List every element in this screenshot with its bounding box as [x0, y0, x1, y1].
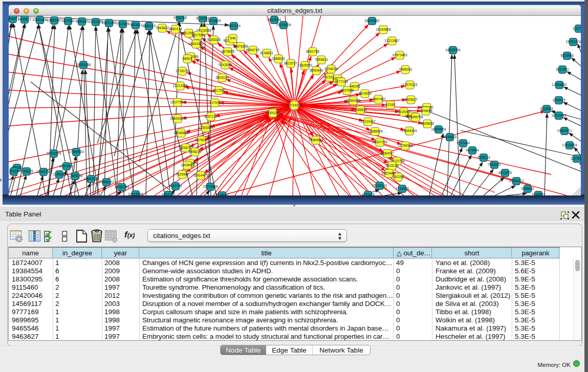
- svg-text:9227342: 9227342: [556, 68, 569, 71]
- svg-text:7632621: 7632621: [488, 163, 501, 166]
- svg-text:8454749: 8454749: [246, 48, 259, 52]
- svg-text:19654923: 19654923: [170, 117, 185, 120]
- svg-text:12505135: 12505135: [68, 174, 83, 178]
- svg-text:8860123: 8860123: [142, 24, 156, 28]
- svg-text:16107552: 16107552: [170, 100, 185, 104]
- svg-text:10853287: 10853287: [47, 18, 62, 22]
- svg-text:13626551: 13626551: [297, 63, 313, 67]
- svg-text:10688609: 10688609: [367, 129, 383, 133]
- svg-text:1733425: 1733425: [361, 193, 375, 195]
- svg-text:20364436: 20364436: [345, 99, 361, 102]
- svg-text:1167534: 1167534: [570, 157, 581, 160]
- svg-text:9197444: 9197444: [456, 141, 470, 145]
- svg-text:9457792: 9457792: [162, 193, 175, 195]
- svg-text:1156829: 1156829: [20, 169, 33, 173]
- svg-text:15720407: 15720407: [360, 120, 376, 123]
- svg-text:6794078: 6794078: [324, 67, 338, 71]
- svg-text:8186328: 8186328: [207, 38, 221, 41]
- svg-text:7663822: 7663822: [156, 26, 169, 30]
- svg-text:9457791: 9457791: [169, 184, 182, 188]
- svg-text:9245652: 9245652: [521, 187, 534, 190]
- svg-text:417004: 417004: [209, 101, 221, 104]
- svg-text:16671355: 16671355: [101, 21, 117, 25]
- svg-text:1409949: 1409949: [181, 163, 194, 167]
- svg-text:10923468: 10923468: [128, 192, 143, 195]
- svg-text:8267130: 8267130: [204, 115, 217, 118]
- svg-text:3875685: 3875685: [221, 50, 234, 53]
- svg-text:1527602: 1527602: [61, 19, 75, 23]
- svg-text:9146821: 9146821: [260, 51, 273, 55]
- svg-text:6497568: 6497568: [340, 89, 354, 92]
- svg-text:7955812: 7955812: [315, 58, 328, 61]
- svg-text:19692971: 19692971: [557, 129, 572, 133]
- svg-text:3215955: 3215955: [540, 107, 553, 111]
- svg-text:1615132: 1615132: [385, 164, 399, 167]
- svg-text:17359924: 17359924: [69, 150, 84, 154]
- svg-text:9463627: 9463627: [404, 98, 418, 101]
- svg-text:28676608: 28676608: [233, 45, 248, 48]
- svg-text:16914479: 16914479: [193, 173, 208, 177]
- svg-text:17016504: 17016504: [562, 143, 577, 147]
- svg-text:29053346: 29053346: [76, 63, 91, 67]
- svg-text:8822037: 8822037: [284, 61, 297, 65]
- svg-text:18307249: 18307249: [372, 140, 387, 144]
- svg-text:16033809: 16033809: [206, 19, 221, 23]
- svg-text:7857224: 7857224: [227, 24, 241, 28]
- svg-text:17957225: 17957225: [83, 177, 99, 181]
- svg-text:7485003: 7485003: [399, 68, 412, 71]
- svg-text:26876682: 26876682: [364, 19, 380, 23]
- svg-text:9245653: 9245653: [532, 193, 545, 195]
- svg-text:19218506: 19218506: [276, 23, 291, 27]
- svg-text:39154: 39154: [9, 169, 19, 173]
- svg-text:3624554: 3624554: [358, 92, 372, 95]
- svg-text:5938923: 5938923: [443, 135, 456, 139]
- svg-text:7663821: 7663821: [129, 23, 142, 27]
- svg-text:9899695: 9899695: [421, 122, 434, 125]
- svg-text:8813054: 8813054: [268, 18, 281, 21]
- svg-text:16409954: 16409954: [431, 127, 446, 131]
- svg-text:1588520: 1588520: [272, 57, 285, 60]
- svg-text:15716485: 15716485: [203, 185, 218, 188]
- svg-text:15136141: 15136141: [372, 184, 387, 187]
- svg-text:8860124: 8860124: [169, 27, 182, 31]
- svg-text:2405572: 2405572: [18, 17, 31, 21]
- svg-text:1145194: 1145194: [53, 172, 66, 176]
- svg-text:9242845: 9242845: [219, 63, 232, 67]
- svg-text:20206576: 20206576: [46, 151, 61, 155]
- svg-text:15751074: 15751074: [565, 40, 581, 43]
- svg-text:19384554: 19384554: [308, 138, 323, 142]
- svg-text:19166825: 19166825: [173, 131, 189, 135]
- svg-text:12213967: 12213967: [384, 39, 400, 42]
- svg-text:62160: 62160: [386, 103, 396, 106]
- svg-text:8878352: 8878352: [195, 138, 208, 142]
- svg-text:8427552: 8427552: [212, 89, 226, 92]
- svg-text:10756928: 10756928: [398, 144, 413, 147]
- svg-text:7625402: 7625402: [176, 172, 189, 176]
- svg-text:16543382: 16543382: [188, 42, 204, 46]
- svg-text:16782759: 16782759: [114, 185, 129, 189]
- svg-text:16154808: 16154808: [376, 28, 391, 31]
- svg-text:20691406: 20691406: [32, 18, 48, 21]
- svg-text:9084067: 9084067: [381, 151, 394, 155]
- svg-text:1244415: 1244415: [552, 98, 565, 102]
- svg-text:9899694: 9899694: [419, 109, 432, 113]
- svg-text:6466160: 6466160: [75, 19, 89, 23]
- svg-text:546: 546: [230, 36, 235, 40]
- svg-text:2803144: 2803144: [215, 76, 229, 79]
- svg-text:7515526: 7515526: [116, 22, 129, 26]
- svg-text:12975115: 12975115: [403, 83, 418, 86]
- svg-text:18495795: 18495795: [408, 115, 423, 119]
- svg-text:10973493: 10973493: [392, 53, 407, 57]
- svg-text:9327506: 9327506: [191, 33, 205, 37]
- svg-text:12093852: 12093852: [552, 83, 567, 86]
- svg-text:8471676: 8471676: [498, 171, 512, 174]
- svg-text:6961758: 6961758: [306, 50, 319, 53]
- svg-text:10975867: 10975867: [59, 164, 74, 168]
- svg-text:2935114: 2935114: [477, 156, 490, 159]
- svg-text:98903: 98903: [183, 57, 192, 60]
- svg-text:18724007: 18724007: [287, 103, 302, 107]
- svg-text:16210643: 16210643: [551, 114, 567, 117]
- svg-text:1112753: 1112753: [573, 27, 581, 30]
- svg-text:9777169: 9777169: [335, 80, 348, 83]
- svg-text:2718176: 2718176: [176, 69, 189, 73]
